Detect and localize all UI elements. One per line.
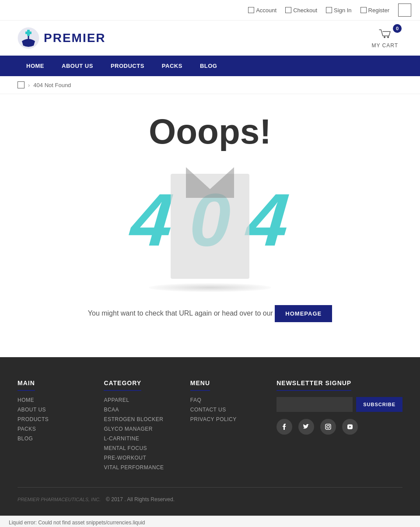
nav-packs[interactable]: PACKS — [153, 56, 191, 76]
nav-products[interactable]: PRODUCTS — [102, 56, 153, 76]
svg-point-5 — [384, 36, 385, 38]
register-link[interactable]: Register — [360, 7, 389, 14]
footer-newsletter-title: NEWSLETTER SIGNUP — [276, 379, 351, 391]
nav-about[interactable]: ABOUT US — [53, 56, 102, 76]
nav-home[interactable]: HOME — [18, 56, 53, 76]
footer-cat-glyco[interactable]: GLYCO MANAGER — [104, 426, 177, 432]
footer-category-title: CATEGORY — [104, 379, 141, 391]
account-icon — [248, 7, 254, 13]
signin-label: Sign In — [334, 7, 351, 14]
signin-icon — [326, 7, 332, 13]
footer-menu-faq[interactable]: FAQ — [190, 397, 263, 403]
homepage-button[interactable]: HOMEPAGE — [275, 305, 332, 322]
register-label: Register — [368, 7, 389, 14]
nav-blog[interactable]: BLOG — [191, 56, 226, 76]
footer-menu-section: MENU FAQ CONTACT US PRIVACY POLICY — [190, 379, 263, 474]
home-breadcrumb-icon[interactable] — [18, 81, 24, 88]
footer-menu-title: MENU — [190, 379, 210, 391]
error-message: You might want to check that URL again o… — [9, 305, 411, 322]
liquid-error-message: Liquid error: Could not find asset snipp… — [9, 520, 145, 526]
instagram-icon[interactable] — [320, 419, 336, 435]
facebook-icon[interactable] — [276, 419, 292, 435]
checkout-icon — [285, 7, 291, 13]
register-icon — [360, 7, 367, 13]
main-nav: HOME ABOUT US PRODUCTS PACKS BLOG — [0, 56, 420, 76]
footer-main-packs[interactable]: PACKS — [18, 426, 91, 432]
header-cart-icon[interactable] — [398, 4, 411, 17]
checkout-link[interactable]: Checkout — [285, 7, 317, 14]
footer-cat-preworkout[interactable]: PRE-WORKOUT — [104, 455, 177, 461]
footer-grid: MAIN HOME ABOUT US PRODUCTS PACKS BLOG C… — [18, 379, 402, 474]
site-footer: MAIN HOME ABOUT US PRODUCTS PACKS BLOG C… — [0, 357, 420, 516]
svg-rect-8 — [326, 424, 331, 429]
checkout-label: Checkout — [293, 7, 317, 14]
error-title: Ooops! — [9, 112, 411, 152]
cart-count-badge: 0 — [393, 24, 402, 33]
shadow — [149, 283, 271, 292]
footer-cat-vital[interactable]: VITAL PERFORMANCE — [104, 464, 177, 471]
breadcrumb-current: 404 Not Found — [33, 82, 71, 88]
footer-copyright: © 2017 . All Rights Reserved. — [106, 496, 175, 502]
footer-cat-carnitine[interactable]: L-CARNITINE — [104, 436, 177, 442]
newsletter-email-input[interactable] — [276, 397, 353, 412]
footer-category-section: CATEGORY APPAREL BCAA ESTROGEN BLOCKER G… — [104, 379, 177, 474]
logo-text: PREMIER — [44, 31, 106, 45]
svg-rect-4 — [25, 32, 32, 34]
error-graphic: 4 0 4 — [127, 161, 293, 292]
logo[interactable]: PREMIER — [18, 27, 106, 49]
footer-menu-contact[interactable]: CONTACT US — [190, 407, 263, 413]
newsletter-form: SUBSCRIBE — [276, 397, 402, 412]
svg-marker-7 — [186, 167, 234, 198]
newsletter-submit-button[interactable]: SUBSCRIBE — [356, 397, 402, 412]
footer-main-home[interactable]: HOME — [18, 397, 91, 403]
footer-main-about[interactable]: ABOUT US — [18, 407, 91, 413]
account-link[interactable]: Account — [248, 7, 276, 14]
svg-point-6 — [387, 36, 389, 38]
footer-main-products[interactable]: PRODUCTS — [18, 416, 91, 422]
footer-cat-mental[interactable]: MENTAL FOCUS — [104, 445, 177, 451]
twitter-icon[interactable] — [298, 419, 314, 435]
footer-main-blog[interactable]: BLOG — [18, 436, 91, 442]
youtube-icon[interactable] — [342, 419, 358, 435]
footer-cat-bcaa[interactable]: BCAA — [104, 407, 177, 413]
footer-main-section: MAIN HOME ABOUT US PRODUCTS PACKS BLOG — [18, 379, 91, 474]
footer-brand: PREMIER PHARMACEUTICALS, INC. — [18, 497, 101, 502]
m-shape-icon — [184, 165, 236, 200]
footer-bottom: PREMIER PHARMACEUTICALS, INC. © 2017 . A… — [18, 487, 402, 502]
signin-link[interactable]: Sign In — [326, 7, 351, 14]
footer-newsletter-section: NEWSLETTER SIGNUP SUBSCRIBE — [276, 379, 402, 474]
footer-cat-estrogen[interactable]: ESTROGEN BLOCKER — [104, 416, 177, 422]
account-label: Account — [256, 7, 276, 14]
top-bar: Account Checkout Sign In Register — [0, 0, 420, 21]
main-content: Ooops! 4 0 4 You might want to check tha… — [0, 94, 420, 357]
breadcrumb: › 404 Not Found — [0, 76, 420, 94]
cart-button[interactable]: 0 MY CART — [371, 28, 398, 49]
footer-menu-privacy[interactable]: PRIVACY POLICY — [190, 416, 263, 422]
svg-point-10 — [329, 425, 330, 426]
social-icons — [276, 419, 402, 435]
logo-icon — [18, 27, 39, 49]
four-left: 4 — [128, 183, 176, 257]
cart-label: MY CART — [371, 42, 398, 49]
site-header: PREMIER 0 MY CART — [0, 21, 420, 56]
four-right: 4 — [244, 183, 292, 257]
liquid-error-bar: Liquid error: Could not find asset snipp… — [0, 516, 420, 527]
cart-icon — [378, 28, 392, 41]
footer-main-title: MAIN — [18, 379, 35, 391]
footer-cat-apparel[interactable]: APPAREL — [104, 397, 177, 403]
svg-point-9 — [327, 425, 329, 428]
